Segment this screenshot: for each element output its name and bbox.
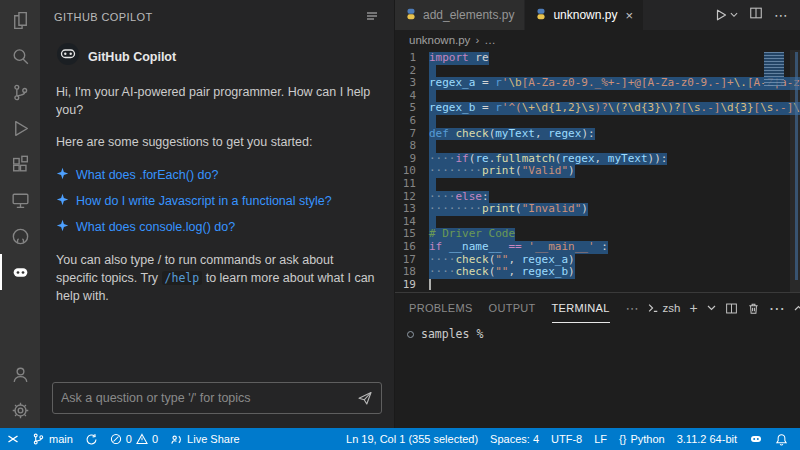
cursor-position[interactable]: Ln 19, Col 1 (355 selected) [340, 428, 484, 450]
more-actions-icon[interactable]: ⋯ [774, 7, 788, 23]
new-terminal-icon[interactable]: + [690, 301, 698, 315]
chat-input-area [40, 372, 394, 428]
tab-terminal[interactable]: TERMINAL [552, 293, 610, 323]
code-line[interactable]: 13········print("Invalid") [395, 203, 800, 216]
activity-item-settings[interactable] [0, 392, 40, 428]
tab-problems[interactable]: PROBLEMS [409, 293, 473, 323]
sync-button[interactable] [79, 428, 104, 450]
live-share-label: Live Share [187, 433, 240, 445]
line-number: 8 [395, 140, 429, 153]
suggestion-link-1[interactable]: What does .forEach() do? [56, 166, 378, 185]
panel-overflow-icon[interactable]: ⋯ [626, 301, 639, 316]
activity-bar [0, 0, 40, 428]
code-text: ········print("Invalid") [429, 203, 588, 216]
line-number: 16 [395, 241, 429, 254]
panel-header: GITHUB COPILOT [40, 0, 394, 34]
activity-item-search[interactable] [0, 38, 40, 74]
panel-more-actions-icon[interactable]: ⋯ [769, 299, 785, 318]
activity-item-github[interactable] [0, 218, 40, 254]
assistant-header: GitHub Copilot [56, 42, 378, 71]
suggestion-link-3[interactable]: What does console.log() do? [56, 218, 378, 237]
code-line[interactable]: 1import re [395, 52, 800, 65]
editor-group: add_elements.py unknown.py × ⋯ un [395, 0, 800, 428]
minimap[interactable] [764, 52, 788, 114]
chat-menu-icon[interactable] [364, 8, 380, 26]
tab-add-elements[interactable]: add_elements.py [395, 0, 525, 30]
tab-output[interactable]: OUTPUT [489, 293, 536, 323]
shell-selector[interactable]: zsh [647, 302, 681, 314]
minimap-content [764, 52, 784, 86]
branch-indicator[interactable]: main [26, 428, 79, 450]
main-area: GITHUB COPILOT GitHub Copilot Hi, I'm yo… [0, 0, 800, 428]
tab-bar: add_elements.py unknown.py × ⋯ [395, 0, 800, 30]
activity-item-extensions[interactable] [0, 146, 40, 182]
editor-actions: ⋯ [702, 0, 800, 30]
chat-input-box [52, 382, 382, 414]
activity-item-remote-explorer[interactable] [0, 182, 40, 218]
code-text: regex_b = r'^(\+\d{1,2}\s)?\(?\d{3}\)?[\… [429, 102, 800, 115]
live-share-button[interactable]: Live Share [164, 428, 246, 450]
editor-scrollbar[interactable] [790, 50, 800, 292]
copilot-status[interactable] [743, 428, 769, 450]
split-terminal-icon[interactable] [725, 302, 738, 315]
sparkle-icon [56, 192, 69, 211]
activity-item-source-control[interactable] [0, 74, 40, 110]
remote-explorer-icon [10, 190, 31, 211]
code-line[interactable]: 10········print("Valid") [395, 165, 800, 178]
breadcrumb-file[interactable]: unknown.py [409, 34, 470, 46]
kill-terminal-icon[interactable] [747, 302, 760, 315]
code-line[interactable]: 5regex_b = r'^(\+\d{1,2}\s)?\(?\d{3}\)?[… [395, 102, 800, 115]
status-bar: main 0 0 Live Share Ln 19, Col 1 (355 se… [0, 428, 800, 450]
line-number: 11 [395, 178, 429, 191]
code-line[interactable]: 7def check(myText, regex): [395, 128, 800, 141]
code-line[interactable]: 19 [395, 279, 800, 292]
suggestion-link-2[interactable]: How do I write Javascript in a functiona… [56, 192, 378, 211]
breadcrumb-separator: › [475, 34, 479, 46]
braces-icon: {} [619, 433, 626, 445]
breadcrumb-more[interactable]: … [484, 34, 496, 46]
language-mode[interactable]: {} Python [613, 428, 671, 450]
maximize-panel-icon[interactable] [794, 305, 800, 311]
activity-item-copilot-chat[interactable] [0, 254, 40, 290]
line-number: 18 [395, 266, 429, 279]
vscode-window: GITHUB COPILOT GitHub Copilot Hi, I'm yo… [0, 0, 800, 450]
explorer-icon [10, 10, 31, 31]
command-decoration-icon [407, 331, 414, 338]
help-command-chip[interactable]: /help [162, 271, 203, 285]
send-icon[interactable] [357, 390, 373, 406]
branch-name: main [49, 433, 73, 445]
eol-sequence[interactable]: LF [588, 428, 613, 450]
close-tab-icon[interactable]: × [625, 8, 633, 23]
problems-indicator[interactable]: 0 0 [104, 428, 164, 450]
split-editor-icon[interactable] [749, 6, 763, 24]
activity-item-explorer[interactable] [0, 2, 40, 38]
panel-title: GITHUB COPILOT [54, 11, 153, 23]
panel-tab-bar: PROBLEMS OUTPUT TERMINAL ⋯ zsh + ⋯ [395, 293, 800, 323]
code-text: def check(myText, regex): [429, 128, 595, 141]
run-button[interactable] [714, 8, 738, 22]
chat-input[interactable] [61, 391, 357, 405]
remote-indicator[interactable] [0, 428, 26, 450]
python-interpreter[interactable]: 3.11.2 64-bit [671, 428, 743, 450]
chevron-down-icon[interactable] [707, 305, 716, 311]
code-line[interactable]: 18····check("", regex_b) [395, 266, 800, 279]
terminal-body[interactable]: samples % [395, 323, 800, 428]
activity-item-run-debug[interactable] [0, 110, 40, 146]
activity-item-account[interactable] [0, 356, 40, 392]
suggestion-text: How do I write Javascript in a functiona… [76, 192, 332, 210]
notifications-button[interactable] [769, 428, 794, 450]
indentation[interactable]: Spaces: 4 [484, 428, 545, 450]
status-right: Ln 19, Col 1 (355 selected) Spaces: 4 UT… [340, 428, 794, 450]
copilot-status-icon [749, 432, 763, 446]
line-number: 1 [395, 52, 429, 65]
run-debug-icon [10, 118, 31, 139]
error-icon [110, 433, 122, 445]
copilot-avatar [56, 42, 80, 71]
language-label: Python [630, 433, 664, 445]
warning-icon [136, 433, 148, 445]
encoding[interactable]: UTF-8 [545, 428, 588, 450]
code-editor[interactable]: 1import re2 3regex_a = r'\b[A-Za-z0-9._%… [395, 50, 800, 292]
breadcrumb[interactable]: unknown.py › … [395, 30, 800, 50]
code-line[interactable]: 3regex_a = r'\b[A-Za-z0-9._%+-]+@[A-Za-z… [395, 77, 800, 90]
tab-unknown[interactable]: unknown.py × [525, 0, 644, 30]
